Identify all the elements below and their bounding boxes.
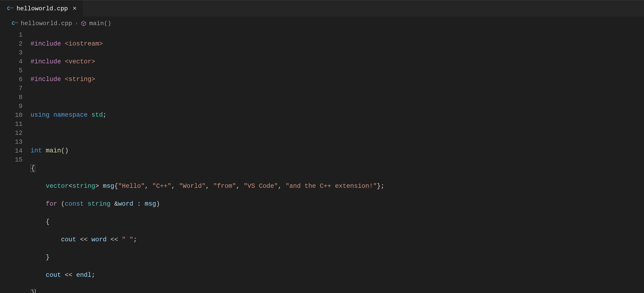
text-cursor: [35, 289, 36, 293]
code-line: [30, 93, 644, 102]
code-content[interactable]: #include <iostream> #include <vector> #i…: [30, 30, 644, 293]
line-number: 6: [0, 75, 22, 84]
code-line: #include <string>: [30, 75, 644, 84]
line-number-gutter[interactable]: 1 2 3 4 5 6 7 8 9 10 11 12 13 14 15: [0, 30, 30, 293]
code-line: {: [30, 164, 644, 173]
code-line: cout << word << " ";: [30, 235, 644, 244]
line-number: 15: [0, 156, 22, 164]
line-number: 4: [0, 57, 22, 66]
close-tab-icon[interactable]: ×: [71, 5, 78, 13]
line-number: 12: [0, 129, 22, 138]
line-number: 2: [0, 40, 22, 48]
cpp-file-icon: C: [7, 6, 13, 12]
line-number: 7: [0, 84, 22, 93]
line-number: 9: [0, 102, 22, 111]
code-line: }: [30, 288, 644, 293]
code-line: for (const string &word : msg): [30, 200, 644, 208]
line-number: 3: [0, 48, 22, 57]
code-line: }: [30, 253, 644, 262]
code-editor[interactable]: 1 2 3 4 5 6 7 8 9 10 11 12 13 14 15 #inc…: [0, 30, 644, 293]
chevron-right-icon: ›: [75, 21, 78, 26]
code-line: #include <vector>: [30, 57, 644, 66]
editor-tab[interactable]: C helloworld.cpp ×: [0, 0, 83, 16]
symbol-method-icon: [81, 21, 86, 26]
code-line: cout << endl;: [30, 271, 644, 280]
breadcrumb-file[interactable]: helloworld.cpp: [21, 20, 72, 27]
code-line: #include <iostream>: [30, 40, 644, 48]
code-line: using namespace std;: [30, 110, 644, 120]
line-number: 11: [0, 120, 22, 129]
line-number: 10: [0, 111, 22, 120]
code-line: [30, 128, 644, 137]
breadcrumb: C helloworld.cpp › main(): [0, 16, 644, 30]
line-number: 13: [0, 138, 22, 146]
breadcrumb-symbol[interactable]: main(): [89, 20, 111, 27]
code-line: int main(): [30, 146, 644, 155]
code-line: vector<string> msg{"Hello", "C++", "Worl…: [30, 182, 644, 191]
line-number: 5: [0, 66, 22, 75]
line-number: 14: [0, 146, 22, 156]
cpp-file-icon: C: [12, 21, 18, 26]
code-line: {: [30, 218, 644, 226]
line-number: 1: [0, 30, 22, 40]
tab-bar: C helloworld.cpp ×: [0, 0, 644, 16]
line-number: 8: [0, 93, 22, 102]
tab-filename: helloworld.cpp: [16, 5, 68, 12]
